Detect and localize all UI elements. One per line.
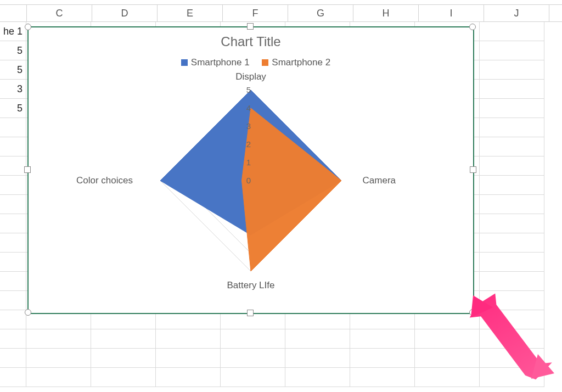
axis-label-right: Camera xyxy=(363,175,396,186)
column-header-row: C D E F G H I J xyxy=(0,4,562,22)
cell[interactable] xyxy=(156,329,221,349)
tick-label: 4 xyxy=(241,103,251,113)
cell[interactable] xyxy=(0,349,26,368)
tick-label: 3 xyxy=(241,121,251,131)
cell[interactable]: he 1 xyxy=(0,22,26,41)
cell[interactable] xyxy=(0,214,26,233)
col-header[interactable]: J xyxy=(484,5,549,21)
cell[interactable] xyxy=(480,80,544,99)
radar-svg xyxy=(108,74,394,288)
resize-handle-e[interactable] xyxy=(470,166,476,173)
legend-swatch-icon xyxy=(181,59,188,66)
cell[interactable] xyxy=(480,233,544,253)
cell[interactable] xyxy=(285,349,350,368)
cell[interactable] xyxy=(480,156,544,176)
cell[interactable] xyxy=(350,329,415,349)
resize-handle-n[interactable] xyxy=(247,23,254,30)
col-header[interactable]: H xyxy=(353,5,419,21)
cell[interactable] xyxy=(221,349,285,368)
cell[interactable] xyxy=(26,329,91,349)
cell[interactable] xyxy=(480,118,544,137)
cell[interactable] xyxy=(480,137,544,156)
resize-handle-s[interactable] xyxy=(247,310,254,316)
col-gutter xyxy=(0,5,27,21)
cell[interactable]: 5 xyxy=(0,99,26,118)
cell[interactable] xyxy=(0,310,26,329)
annotation-arrow-icon xyxy=(461,291,562,392)
chart-legend[interactable]: Smartphone 1 Smartphone 2 xyxy=(29,57,473,68)
cell[interactable] xyxy=(0,253,26,272)
cell[interactable] xyxy=(0,329,26,349)
resize-handle-nw[interactable] xyxy=(25,24,31,30)
cell[interactable] xyxy=(480,41,544,60)
resize-handle-ne[interactable] xyxy=(469,24,476,30)
cell[interactable] xyxy=(285,368,350,387)
col-header[interactable]: D xyxy=(92,5,158,21)
cell[interactable]: 3 xyxy=(0,80,26,99)
cell[interactable] xyxy=(26,368,91,387)
cell[interactable] xyxy=(0,156,26,176)
embedded-chart[interactable]: Chart Title Smartphone 1 Smartphone 2 Di… xyxy=(27,26,474,314)
col-header[interactable]: I xyxy=(419,5,484,21)
legend-swatch-icon xyxy=(262,59,268,66)
col-header[interactable]: F xyxy=(223,5,288,21)
tick-label: 5 xyxy=(241,85,251,94)
cell[interactable]: 5 xyxy=(0,41,26,60)
axis-label-left: Color choices xyxy=(76,175,133,186)
cell[interactable] xyxy=(0,118,26,137)
cell[interactable] xyxy=(91,349,156,368)
cell[interactable] xyxy=(480,22,544,41)
cell[interactable] xyxy=(480,176,544,195)
cell[interactable] xyxy=(480,272,544,291)
cell[interactable] xyxy=(480,99,544,118)
cell[interactable] xyxy=(0,176,26,195)
legend-label: Smartphone 1 xyxy=(191,57,250,68)
cell[interactable] xyxy=(0,368,26,387)
cell[interactable] xyxy=(0,291,26,310)
radar-plot-area[interactable]: Display Camera Battery LIfe Color choice… xyxy=(108,74,394,288)
cell[interactable] xyxy=(156,368,221,387)
cell[interactable] xyxy=(26,349,91,368)
col-header[interactable]: G xyxy=(288,5,353,21)
cell[interactable] xyxy=(480,253,544,272)
cell[interactable] xyxy=(0,272,26,291)
tick-label: 1 xyxy=(241,158,251,167)
resize-handle-w[interactable] xyxy=(24,166,31,173)
cell[interactable] xyxy=(285,329,350,349)
cell[interactable] xyxy=(480,214,544,233)
legend-label: Smartphone 2 xyxy=(272,57,330,68)
chart-title[interactable]: Chart Title xyxy=(29,34,473,49)
cell[interactable] xyxy=(350,368,415,387)
axis-label-bottom: Battery LIfe xyxy=(227,280,275,291)
cell[interactable] xyxy=(480,195,544,214)
cell[interactable] xyxy=(0,233,26,253)
cell[interactable] xyxy=(350,349,415,368)
resize-handle-sw[interactable] xyxy=(25,309,31,316)
col-header[interactable]: E xyxy=(158,5,223,21)
cell[interactable] xyxy=(0,195,26,214)
cell[interactable] xyxy=(0,137,26,156)
cell[interactable] xyxy=(156,349,221,368)
axis-label-top: Display xyxy=(235,71,266,82)
tick-label: 2 xyxy=(241,139,251,149)
tick-label: 0 xyxy=(241,176,251,185)
cell[interactable] xyxy=(480,60,544,80)
cell[interactable]: 5 xyxy=(0,60,26,80)
cell[interactable] xyxy=(221,368,285,387)
col-header[interactable]: C xyxy=(27,5,92,21)
cell[interactable] xyxy=(91,368,156,387)
cell[interactable] xyxy=(221,329,285,349)
cell[interactable] xyxy=(91,329,156,349)
